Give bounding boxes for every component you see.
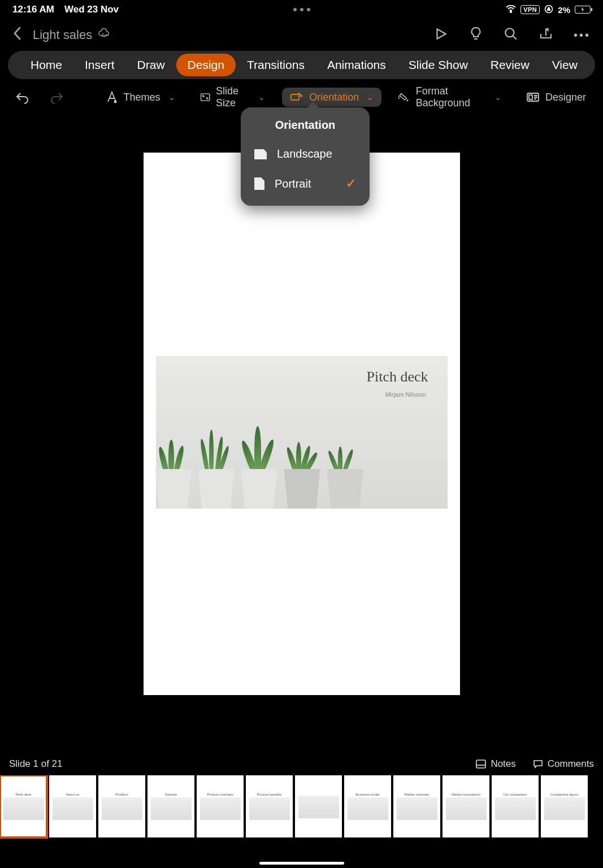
more-icon[interactable]: •••: [574, 29, 591, 42]
portrait-icon: [254, 177, 264, 190]
battery-icon: [575, 6, 591, 14]
designer-button[interactable]: Designer: [518, 88, 594, 107]
slide-title[interactable]: Pitch deck: [366, 368, 428, 385]
chevron-down-icon: ⌄: [168, 93, 175, 102]
comments-label: Comments: [548, 758, 594, 770]
chevron-down-icon: ⌄: [494, 93, 501, 102]
lightbulb-icon[interactable]: [468, 27, 483, 44]
thumbnail-10[interactable]: Market comparison10: [443, 775, 491, 851]
tab-review[interactable]: Review: [479, 54, 541, 76]
orientation-option-landscape[interactable]: Landscape: [241, 140, 370, 168]
thumbnail-4[interactable]: Solution4: [148, 775, 196, 851]
option-label: Landscape: [277, 147, 332, 160]
svg-rect-4: [201, 94, 209, 101]
tab-animations[interactable]: Animations: [316, 54, 397, 76]
thumbnail-5[interactable]: Product overview5: [197, 775, 245, 851]
cloud-sync-icon[interactable]: [98, 28, 110, 42]
slide[interactable]: Pitch deck Mirjam Nilsson: [144, 153, 460, 695]
search-icon[interactable]: [504, 27, 518, 44]
slide-subtitle[interactable]: Mirjam Nilsson: [385, 391, 426, 398]
tab-transitions[interactable]: Transitions: [236, 54, 316, 76]
designer-label: Designer: [545, 92, 586, 103]
thumbnail-9[interactable]: Market overview9: [393, 775, 441, 851]
themes-label: Themes: [124, 92, 160, 103]
thumbnail-1[interactable]: Pitch deck1: [0, 775, 48, 851]
svg-rect-7: [529, 95, 532, 99]
tab-slide-show[interactable]: Slide Show: [397, 54, 479, 76]
themes-button[interactable]: Themes ⌄: [98, 87, 183, 107]
undo-button[interactable]: [9, 87, 35, 107]
slide-counter: Slide 1 of 21: [9, 758, 63, 770]
share-icon[interactable]: [539, 27, 553, 44]
tab-insert[interactable]: Insert: [73, 54, 126, 76]
landscape-icon: [254, 149, 267, 159]
status-footer: Slide 1 of 21 Notes Comments: [0, 753, 603, 775]
battery-percent: 2%: [558, 5, 570, 15]
document-title[interactable]: Light sales: [33, 28, 92, 42]
slide-size-label: Slide Size: [216, 85, 250, 109]
multitask-dots[interactable]: [293, 8, 310, 11]
chevron-down-icon: ⌄: [258, 93, 265, 102]
orientation-popover: Orientation Landscape Portrait ✓: [241, 107, 370, 206]
wifi-icon: [506, 5, 516, 15]
popover-title: Orientation: [241, 119, 370, 132]
orientation-button[interactable]: Orientation ⌄: [282, 88, 381, 107]
orientation-option-portrait[interactable]: Portrait ✓: [241, 168, 370, 199]
clock: 12:16 AM: [12, 4, 54, 15]
tab-home[interactable]: Home: [19, 54, 73, 76]
thumbnail-strip[interactable]: Pitch deck1About us2Problem3Solution4Pro…: [0, 775, 603, 851]
svg-rect-8: [476, 760, 485, 768]
format-background-button[interactable]: Format Background ⌄: [391, 82, 509, 112]
play-button[interactable]: [433, 27, 448, 44]
notes-button[interactable]: Notes: [476, 758, 515, 770]
svg-point-3: [114, 101, 116, 103]
option-label: Portrait: [275, 177, 311, 190]
thumbnail-11[interactable]: Our competition11: [492, 775, 540, 851]
svg-point-2: [505, 28, 514, 37]
check-icon: ✓: [346, 176, 356, 191]
slide-image: Pitch deck Mirjam Nilsson: [156, 356, 448, 509]
thumbnail-2[interactable]: About us2: [49, 775, 97, 851]
notes-label: Notes: [491, 758, 515, 770]
slide-canvas[interactable]: Pitch deck Mirjam Nilsson: [0, 115, 603, 732]
date: Wed 23 Nov: [64, 4, 119, 15]
thumbnail-8[interactable]: Business model8: [344, 775, 392, 851]
status-bar: 12:16 AM Wed 23 Nov VPN 2%: [0, 0, 603, 19]
vpn-badge: VPN: [520, 5, 540, 14]
tab-design[interactable]: Design: [176, 54, 236, 76]
orientation-lock-icon: [544, 5, 553, 15]
tab-view[interactable]: View: [541, 54, 589, 76]
title-bar: Light sales •••: [0, 19, 603, 51]
tab-draw[interactable]: Draw: [126, 54, 176, 76]
svg-rect-5: [291, 94, 299, 100]
thumbnail-12[interactable]: Competitive layout12: [541, 775, 589, 851]
chevron-down-icon: ⌄: [367, 93, 374, 102]
ribbon-tabs: HomeInsertDrawDesignTransitionsAnimation…: [8, 51, 595, 79]
svg-point-0: [510, 11, 511, 12]
redo-button[interactable]: [44, 87, 70, 107]
home-indicator[interactable]: [259, 862, 344, 865]
thumbnail-7[interactable]: 7: [295, 775, 343, 851]
format-background-label: Format Background: [416, 85, 487, 109]
thumbnail-3[interactable]: Problem3: [98, 775, 146, 851]
thumbnail-6[interactable]: Product benefits6: [246, 775, 294, 851]
comments-button[interactable]: Comments: [533, 758, 594, 770]
back-button[interactable]: [12, 25, 33, 45]
